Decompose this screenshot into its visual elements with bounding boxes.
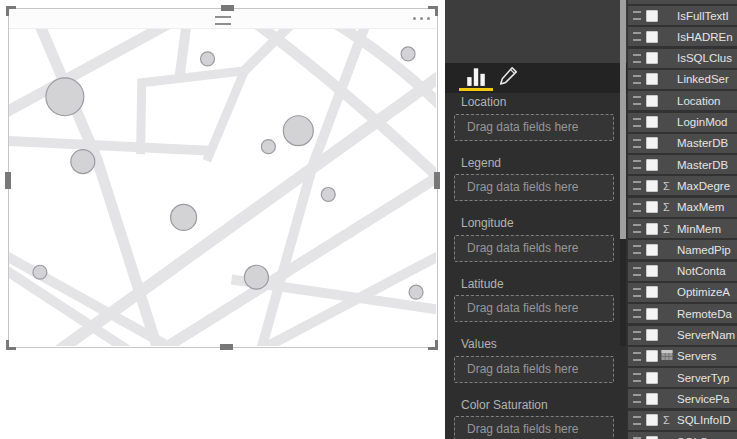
more-options-icon[interactable] <box>413 17 430 20</box>
drag-grip-icon[interactable] <box>633 245 641 254</box>
well-label: Values <box>461 337 497 351</box>
field-checkbox[interactable] <box>646 372 658 384</box>
drag-grip-icon[interactable] <box>633 75 641 84</box>
drag-grip-icon[interactable] <box>633 416 641 425</box>
map-road <box>180 29 187 77</box>
drag-grip-icon[interactable] <box>633 288 641 297</box>
field-row[interactable]: IsSQLClus <box>628 49 737 68</box>
well-dropzone-color-saturation[interactable]: Drag data fields here <box>454 416 614 439</box>
field-checkbox[interactable] <box>646 159 658 171</box>
drag-grip-icon[interactable] <box>633 181 641 190</box>
field-checkbox[interactable] <box>646 436 658 439</box>
drag-grip-icon[interactable] <box>633 394 641 403</box>
tab-format[interactable] <box>497 65 523 87</box>
pane-tabs <box>445 63 627 93</box>
field-row-fragment[interactable] <box>628 0 737 4</box>
well-dropzone-location[interactable]: Drag data fields here <box>454 114 614 141</box>
field-row[interactable]: Σ MaxMem <box>628 198 737 217</box>
field-checkbox[interactable] <box>646 223 658 235</box>
field-checkbox[interactable] <box>646 95 658 107</box>
resize-handle-bottom-left[interactable] <box>6 340 16 350</box>
sigma-icon: Σ <box>659 223 674 235</box>
grip-lines-icon[interactable] <box>215 16 231 25</box>
resize-handle-top-left[interactable] <box>6 6 16 16</box>
drag-grip-icon[interactable] <box>633 32 641 41</box>
field-checkbox[interactable] <box>646 308 658 320</box>
well-dropzone-longitude[interactable]: Drag data fields here <box>454 235 614 262</box>
drag-grip-icon[interactable] <box>633 352 641 361</box>
field-checkbox[interactable] <box>646 414 658 426</box>
field-row[interactable]: ServicePa <box>628 389 737 408</box>
field-checkbox[interactable] <box>646 180 658 192</box>
well-dropzone-latitude[interactable]: Drag data fields here <box>454 295 614 322</box>
drag-grip-icon[interactable] <box>633 160 641 169</box>
drag-grip-icon[interactable] <box>633 373 641 382</box>
map-road <box>159 175 436 346</box>
drag-grip-icon[interactable] <box>633 203 641 212</box>
field-row[interactable]: IsFullTextI <box>628 6 737 25</box>
field-checkbox[interactable] <box>646 350 658 362</box>
field-row[interactable]: ServerTyp <box>628 368 737 387</box>
well-dropzone-legend[interactable]: Drag data fields here <box>454 174 614 201</box>
resize-handle-top-right[interactable] <box>428 6 438 16</box>
wells-scrollbar[interactable] <box>620 0 626 346</box>
field-checkbox[interactable] <box>646 393 658 405</box>
field-checkbox[interactable] <box>646 329 658 341</box>
field-checkbox[interactable] <box>646 31 658 43</box>
field-checkbox[interactable] <box>646 137 658 149</box>
well-label: Latitude <box>461 277 504 291</box>
drag-grip-icon[interactable] <box>633 96 641 105</box>
drag-grip-icon[interactable] <box>633 331 641 340</box>
field-checkbox[interactable] <box>646 286 658 298</box>
field-row[interactable]: Σ MinMem <box>628 219 737 238</box>
field-row[interactable]: LinkedSer <box>628 70 737 89</box>
field-row[interactable]: OptimizeA <box>628 283 737 302</box>
map-visual-body[interactable] <box>9 29 436 346</box>
drag-grip-icon[interactable] <box>633 139 641 148</box>
field-row[interactable]: NamedPip <box>628 240 737 259</box>
field-row[interactable]: IsHADREn <box>628 27 737 46</box>
field-row[interactable]: Σ SQLInfoID <box>628 411 737 430</box>
field-row[interactable]: Location <box>628 91 737 110</box>
field-row[interactable]: SQLSer <box>628 432 737 439</box>
tab-fields[interactable] <box>465 65 491 87</box>
field-row[interactable]: Σ MaxDegre <box>628 176 737 195</box>
drag-grip-icon[interactable] <box>633 118 641 127</box>
sigma-icon: Σ <box>659 201 674 213</box>
drag-grip-icon[interactable] <box>633 54 641 63</box>
wells-scrollbar-thumb[interactable] <box>620 0 626 239</box>
field-checkbox[interactable] <box>646 10 658 22</box>
field-name: IsFullTextI <box>677 10 729 22</box>
field-checkbox[interactable] <box>646 73 658 85</box>
field-checkbox[interactable] <box>646 244 658 256</box>
resize-handle-left[interactable] <box>5 172 11 189</box>
map-visual-header[interactable] <box>9 9 436 29</box>
field-checkbox[interactable] <box>646 265 658 277</box>
well-dropzone-values[interactable]: Drag data fields here <box>454 356 614 383</box>
drag-grip-icon[interactable] <box>633 309 641 318</box>
map-bubble <box>46 78 84 116</box>
field-checkbox[interactable] <box>646 116 658 128</box>
map-bubble <box>321 188 335 202</box>
field-row[interactable]: ServerNam <box>628 326 737 345</box>
field-row[interactable]: LoginMod <box>628 113 737 132</box>
drag-grip-icon[interactable] <box>633 224 641 233</box>
field-name: OptimizeA <box>677 286 730 298</box>
field-row[interactable]: MasterDB <box>628 155 737 174</box>
field-checkbox[interactable] <box>646 201 658 213</box>
resize-handle-right[interactable] <box>434 172 440 189</box>
field-row[interactable]: NotConta <box>628 262 737 281</box>
resize-handle-bottom-right[interactable] <box>428 340 438 350</box>
field-row[interactable]: MasterDB <box>628 134 737 153</box>
well-label: Location <box>461 95 506 109</box>
report-canvas[interactable] <box>0 0 445 439</box>
map-bubble <box>244 265 268 289</box>
drag-grip-icon[interactable] <box>633 11 641 20</box>
field-checkbox[interactable] <box>646 52 658 64</box>
drag-grip-icon[interactable] <box>633 267 641 276</box>
resize-handle-bottom[interactable] <box>220 344 233 350</box>
field-row[interactable]: RemoteDa <box>628 304 737 323</box>
resize-handle-top[interactable] <box>221 5 234 11</box>
field-name: MasterDB <box>677 159 728 171</box>
field-row[interactable]: Servers <box>628 347 737 366</box>
